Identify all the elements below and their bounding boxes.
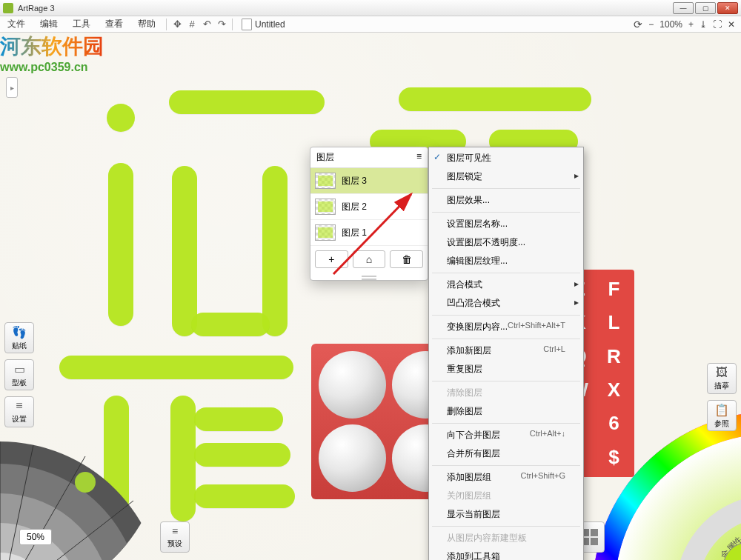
svg-point-11 bbox=[75, 472, 96, 493]
paint-stroke bbox=[399, 87, 591, 111]
window-titlebar: ArtRage 3 — ▢ ✕ bbox=[0, 0, 741, 16]
paint-stroke bbox=[169, 90, 325, 114]
ctx-item: 清除图层 bbox=[429, 384, 583, 402]
panel-drag-handle[interactable] bbox=[310, 273, 428, 280]
ctx-item[interactable]: 重复图层 bbox=[429, 360, 583, 379]
layer-context-menu[interactable]: 图层可见性图层锁定图层效果...设置图层名称...设置图层不透明度...编辑图层… bbox=[428, 147, 584, 560]
document-title: Untitled bbox=[242, 19, 285, 30]
ctx-item[interactable]: 添加图层组Ctrl+Shift+G bbox=[429, 468, 583, 487]
menubar: 文件 编辑 工具 查看 帮助 ✥ # ↶ ↷ Untitled ⟳ − 100%… bbox=[0, 16, 741, 33]
zoom-plus[interactable]: + bbox=[688, 19, 694, 30]
ctx-item[interactable]: 删除图层 bbox=[429, 402, 583, 421]
panel-close-icon[interactable]: ✕ bbox=[728, 19, 735, 30]
paint-stroke bbox=[172, 166, 197, 336]
paint-stroke bbox=[194, 443, 290, 467]
menu-file[interactable]: 文件 bbox=[0, 18, 33, 30]
document-icon bbox=[242, 19, 252, 30]
reference-button[interactable]: 📋参照 bbox=[707, 400, 737, 431]
download-icon[interactable]: ⤓ bbox=[700, 19, 707, 30]
minimize-button[interactable]: — bbox=[673, 2, 694, 14]
app-icon bbox=[3, 3, 13, 13]
paint-stroke bbox=[108, 163, 133, 326]
paint-stroke bbox=[107, 104, 135, 132]
refresh-icon[interactable]: ⟳ bbox=[634, 19, 642, 30]
ctx-item[interactable]: 图层锁定 bbox=[429, 167, 583, 186]
paint-stroke bbox=[262, 166, 288, 336]
preset-icon: ≡ bbox=[172, 525, 178, 537]
ctx-item[interactable]: 图层可见性 bbox=[429, 149, 583, 167]
ctx-item: 关闭图层组 bbox=[429, 487, 583, 505]
ctx-item[interactable]: 混合模式 bbox=[429, 276, 583, 294]
layers-menu-icon[interactable]: ≡ bbox=[416, 151, 422, 164]
watermark: 河东软件园 www.pc0359.cn bbox=[0, 33, 104, 74]
stencil-icon: ▭ bbox=[14, 362, 25, 376]
paint-stroke bbox=[194, 407, 283, 431]
grid-icon[interactable]: # bbox=[185, 17, 199, 32]
layer-thumbnail bbox=[315, 224, 336, 241]
ctx-item[interactable]: 图层效果... bbox=[429, 191, 583, 210]
menu-edit[interactable]: 编辑 bbox=[33, 18, 65, 30]
maximize-button[interactable]: ▢ bbox=[695, 2, 716, 14]
menu-view[interactable]: 查看 bbox=[98, 18, 130, 30]
paint-stroke bbox=[194, 484, 295, 508]
image-icon: 🖼 bbox=[716, 366, 728, 379]
redo-icon[interactable]: ↷ bbox=[214, 17, 229, 32]
paint-stroke bbox=[59, 356, 293, 379]
layers-panel[interactable]: 图层 ≡ 图层 3 图层 2 图层 1 + ⌂ 🗑 bbox=[310, 147, 428, 281]
ctx-item[interactable]: 显示当前图层 bbox=[429, 505, 583, 524]
paint-stroke bbox=[170, 396, 196, 521]
ctx-item[interactable]: 凹凸混合模式 bbox=[429, 294, 583, 313]
sphere bbox=[319, 424, 386, 492]
layer-name: 图层 2 bbox=[342, 201, 367, 213]
preset-button[interactable]: ≡预设 bbox=[160, 521, 190, 553]
add-layer-button[interactable]: + bbox=[315, 250, 348, 268]
zoom-minus[interactable]: − bbox=[648, 19, 654, 30]
move-icon[interactable]: ✥ bbox=[170, 17, 185, 32]
layer-thumbnail bbox=[315, 199, 336, 215]
stencil-button[interactable]: ▭型板 bbox=[4, 359, 34, 390]
ctx-item[interactable]: 合并所有图层 bbox=[429, 444, 583, 463]
ctx-item[interactable]: 编辑图层纹理... bbox=[429, 252, 583, 270]
layer-name: 图层 3 bbox=[342, 175, 367, 187]
ctx-item[interactable]: 变换图层内容...Ctrl+Shift+Alt+T bbox=[429, 318, 583, 336]
layer-folder-button[interactable]: ⌂ bbox=[353, 250, 386, 268]
undo-icon[interactable]: ↶ bbox=[199, 17, 214, 32]
sphere bbox=[319, 351, 386, 419]
delete-layer-button[interactable]: 🗑 bbox=[390, 250, 423, 268]
document-name: Untitled bbox=[255, 19, 285, 30]
layers-title: 图层 bbox=[316, 151, 334, 164]
layer-thumbnail bbox=[315, 173, 336, 189]
settings-button[interactable]: ≡设置 bbox=[4, 396, 34, 427]
layer-row[interactable]: 图层 3 bbox=[310, 168, 428, 194]
color-picker-wheel[interactable]: 金属性 0% bbox=[593, 412, 741, 560]
ctx-item[interactable]: 设置图层不透明度... bbox=[429, 233, 583, 252]
watermark-url: www.pc0359.cn bbox=[0, 61, 104, 74]
close-button[interactable]: ✕ bbox=[717, 2, 738, 14]
layer-row[interactable]: 图层 1 bbox=[310, 220, 428, 246]
fullscreen-icon[interactable]: ⛶ bbox=[713, 19, 722, 30]
ctx-item[interactable]: 设置图层名称... bbox=[429, 215, 583, 233]
ctx-item[interactable]: 向下合并图层Ctrl+Alt+↓ bbox=[429, 426, 583, 444]
layer-row[interactable]: 图层 2 bbox=[310, 194, 428, 220]
ruler-toggle[interactable]: ▸ bbox=[6, 77, 18, 98]
footprint-icon: 👣 bbox=[12, 325, 27, 339]
sticker-button[interactable]: 👣贴纸 bbox=[4, 322, 34, 353]
watermark-text: 河东软件园 bbox=[0, 33, 104, 61]
layer-name: 图层 1 bbox=[342, 227, 367, 239]
ctx-item[interactable]: 添加到工具箱 bbox=[429, 547, 583, 560]
window-title: ArtRage 3 bbox=[18, 4, 673, 13]
ctx-item: 从图层内容新建型板 bbox=[429, 529, 583, 547]
clipboard-icon: 📋 bbox=[714, 403, 729, 417]
paint-stroke bbox=[191, 313, 270, 336]
sliders-icon: ≡ bbox=[16, 399, 22, 413]
menu-tools[interactable]: 工具 bbox=[65, 18, 98, 30]
tool-size-value[interactable]: 50% bbox=[19, 529, 52, 545]
ctx-item[interactable]: 添加新图层Ctrl+L bbox=[429, 341, 583, 360]
zoom-level[interactable]: 100% bbox=[659, 19, 682, 30]
menu-help[interactable]: 帮助 bbox=[130, 18, 163, 30]
trace-button[interactable]: 🖼描摹 bbox=[707, 363, 737, 394]
